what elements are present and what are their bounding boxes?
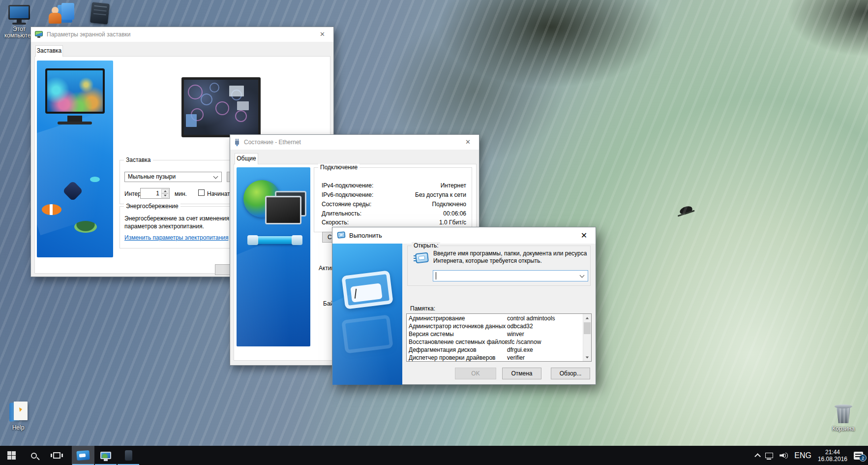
power-settings-link[interactable]: Изменить параметры электропитания xyxy=(124,234,228,241)
open-group: Открыть: Введите имя программы, папки, д… xyxy=(407,246,591,286)
text-cursor xyxy=(436,272,436,279)
small-fish-art xyxy=(90,177,100,182)
run-glyph-icon xyxy=(414,253,428,265)
taskbar-app-display-settings[interactable] xyxy=(94,446,117,465)
ethernet-plug-icon xyxy=(234,139,240,146)
list-item[interactable]: Версия системыwinver xyxy=(407,330,583,338)
run-description-line1: Введите имя программы, папки, документа … xyxy=(433,250,587,257)
bubbles-preview-monitor xyxy=(181,77,261,137)
chevron-down-icon xyxy=(213,174,218,179)
list-item[interactable]: Администратор источников данныхodbcad32 xyxy=(407,322,583,330)
logon-screen-checkbox[interactable] xyxy=(198,189,205,196)
group-label: Подключение xyxy=(318,164,359,171)
spinner-up-button[interactable] xyxy=(161,189,169,193)
run-side-graphic xyxy=(332,244,402,385)
logon-checkbox-label: Начинать xyxy=(207,190,233,197)
minutes-label: мин. xyxy=(175,190,187,197)
spinner-down-button[interactable] xyxy=(161,193,169,198)
ipv4-value: Интернет xyxy=(441,182,466,189)
group-label: Открыть: xyxy=(412,242,440,249)
close-icon[interactable]: ✕ xyxy=(311,27,333,42)
media-state-label: Состояние среды: xyxy=(322,201,371,208)
memo-label: Памятка: xyxy=(410,305,435,312)
recycle-bin-icon xyxy=(834,403,853,424)
interval-label: Интер xyxy=(124,190,141,197)
close-icon[interactable]: ✕ xyxy=(457,135,479,150)
aquarium-preview-panel xyxy=(37,61,113,257)
device-icon xyxy=(89,2,111,26)
desktop-icon-user-folders[interactable] xyxy=(43,3,78,28)
scroll-up-button[interactable] xyxy=(583,314,591,322)
windows-logo-icon xyxy=(7,451,16,460)
turtle-art xyxy=(74,221,97,233)
desktop-icon-label: Help xyxy=(1,425,35,431)
clock-date: 16.08.2016 xyxy=(818,456,847,463)
window-title: Параметры экранной заставки xyxy=(47,31,131,38)
search-button[interactable] xyxy=(23,446,45,465)
system-tray: ENG 21:44 16.08.2016 2 xyxy=(754,446,868,465)
desktop-icon-label: Корзина xyxy=(826,426,861,432)
window-title: Состояние - Ethernet xyxy=(244,139,301,146)
surfer-silhouette xyxy=(679,205,693,215)
tab-zastavka[interactable]: Заставка xyxy=(35,45,63,57)
scroll-down-button[interactable] xyxy=(583,353,591,361)
user-folders-icon xyxy=(47,3,74,28)
desktop-icon-help[interactable]: Help xyxy=(1,401,35,431)
ok-button[interactable]: OK xyxy=(455,368,496,379)
window-title: Выполнить xyxy=(349,232,382,239)
ethernet-titlebar[interactable]: Состояние - Ethernet xyxy=(230,135,479,150)
scrollbar[interactable] xyxy=(583,314,591,361)
ipv6-value: Без доступа к сети xyxy=(415,191,466,198)
browse-button[interactable]: Обзор... xyxy=(551,368,590,379)
list-item[interactable]: Администрированиеcontrol admintools xyxy=(407,314,583,322)
display-taskbar-icon xyxy=(100,452,111,459)
screensaver-titlebar[interactable]: Параметры экранной заставки xyxy=(31,27,333,42)
speed-value: 1.0 Гбит/с xyxy=(439,219,466,226)
screensaver-app-icon xyxy=(35,31,43,38)
run-description-line2: Интернета, которые требуется открыть. xyxy=(433,257,542,264)
list-item[interactable]: Диспетчер проверки драйверовverifier xyxy=(407,354,583,362)
media-state-value: Подключено xyxy=(432,201,466,208)
speed-label: Скорость: xyxy=(322,219,349,226)
close-icon[interactable]: ✕ xyxy=(572,227,596,244)
network-tray-icon[interactable] xyxy=(765,453,773,458)
desktop-icon-device[interactable] xyxy=(83,2,117,26)
screensaver-select[interactable]: Мыльные пузыри xyxy=(124,172,222,182)
run-titlebar[interactable]: Выполнить xyxy=(332,227,596,244)
action-center-icon[interactable]: 2 xyxy=(854,452,863,460)
clock[interactable]: 21:44 16.08.2016 xyxy=(818,449,847,463)
help-icon xyxy=(7,401,29,423)
monitor-front-icon xyxy=(265,196,301,224)
run-command-input[interactable] xyxy=(433,270,588,281)
tray-chevron-up-icon[interactable] xyxy=(755,453,761,460)
memo-list: Администрированиеcontrol admintools Адми… xyxy=(406,313,592,362)
run-taskbar-icon xyxy=(76,450,90,461)
interval-spinner[interactable]: 1 xyxy=(140,188,170,199)
chevron-down-icon[interactable] xyxy=(580,273,585,278)
volume-icon[interactable] xyxy=(779,452,788,459)
taskbar-app-run[interactable] xyxy=(72,446,94,465)
start-button[interactable] xyxy=(0,446,23,465)
aquarium-monitor-icon xyxy=(45,68,105,114)
cancel-button[interactable]: Отмена xyxy=(502,368,541,379)
list-item[interactable]: Восстановление системных файловsfc /scan… xyxy=(407,338,583,346)
language-indicator[interactable]: ENG xyxy=(794,451,811,460)
run-dialog-window: Выполнить ✕ Открыть: Введите имя програм… xyxy=(332,227,596,385)
energy-text-line1: Энергосбережение за счет изменения xyxy=(124,215,229,222)
task-view-button[interactable] xyxy=(45,446,68,465)
group-label: Энергосбережение xyxy=(124,203,180,210)
desktop-icon-recycle-bin[interactable]: Корзина xyxy=(826,403,861,432)
search-icon xyxy=(31,453,37,459)
taskbar-app-device[interactable] xyxy=(117,446,140,465)
run-app-icon xyxy=(336,232,345,239)
duration-label: Длительность: xyxy=(322,210,361,217)
interval-value: 1 xyxy=(156,190,159,197)
list-item[interactable]: Дефрагментация дисковdfrgui.exe xyxy=(407,346,583,354)
clock-time: 21:44 xyxy=(818,449,847,456)
notification-badge: 2 xyxy=(859,454,867,462)
screensaver-select-value: Мыльные пузыри xyxy=(128,173,176,180)
taskbar: ENG 21:44 16.08.2016 2 xyxy=(0,446,868,465)
ipv4-label: IPv4-подключение: xyxy=(322,182,373,189)
scrollbar-thumb[interactable] xyxy=(584,322,591,334)
tab-general[interactable]: Общие xyxy=(235,153,258,164)
